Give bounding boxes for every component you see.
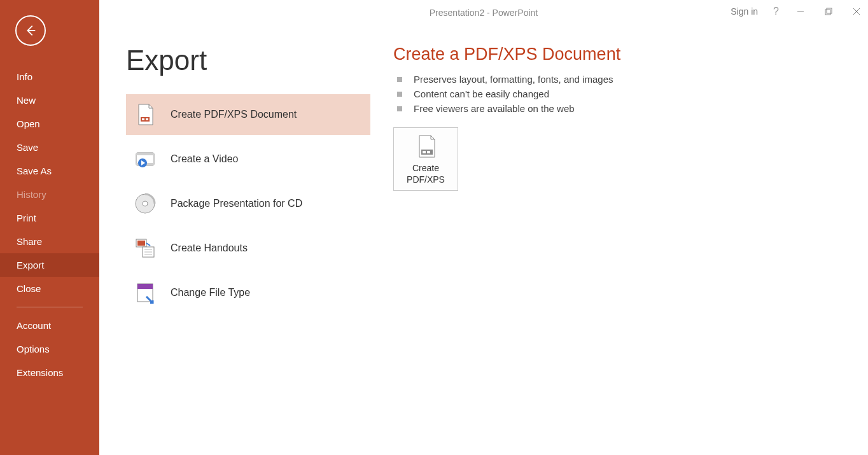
sidebar-item-close[interactable]: Close [0, 277, 99, 300]
export-option-filetype[interactable]: Change File Type [126, 272, 370, 313]
sidebar-item-share[interactable]: Share [0, 230, 99, 253]
window-title: Presentation2 - PowerPoint [430, 8, 538, 18]
backstage-view: Info New Open Save Save As History Print… [0, 0, 868, 455]
svg-point-14 [143, 201, 148, 206]
detail-title: Create a PDF/XPS Document [393, 45, 620, 64]
action-button-label: CreatePDF/XPS [407, 162, 445, 185]
close-window-button[interactable] [850, 5, 863, 18]
export-option-handouts[interactable]: Create Handouts [126, 228, 370, 269]
svg-rect-10 [136, 153, 154, 155]
export-option-cd[interactable]: Package Presentation for CD [126, 183, 370, 224]
detail-bullet: Free viewers are available on the web [393, 101, 620, 116]
help-button[interactable]: ? [773, 6, 779, 17]
filetype-icon [134, 281, 157, 304]
sidebar-separator [17, 307, 83, 307]
detail-bullets: Preserves layout, formatting, fonts, and… [393, 72, 620, 116]
svg-rect-2 [825, 10, 830, 15]
create-pdfxps-button[interactable]: CreatePDF/XPS [393, 127, 458, 191]
handouts-icon [134, 237, 157, 260]
detail-bullet: Preserves layout, formatting, fonts, and… [393, 72, 620, 87]
sidebar-item-info[interactable]: Info [0, 65, 99, 88]
restore-button[interactable] [822, 5, 835, 18]
svg-rect-8 [146, 118, 148, 120]
export-main: Export Create PDF/XPS Document Create a … [99, 0, 868, 317]
pdf-document-icon [413, 134, 438, 158]
sidebar-item-account[interactable]: Account [0, 314, 99, 337]
back-button[interactable] [15, 15, 46, 46]
sidebar-item-save[interactable]: Save [0, 136, 99, 159]
svg-rect-25 [427, 151, 430, 153]
svg-rect-16 [137, 241, 145, 246]
export-option-pdfxps[interactable]: Create PDF/XPS Document [126, 94, 370, 135]
svg-rect-22 [137, 284, 153, 289]
close-icon [853, 8, 860, 15]
sidebar-item-extensions[interactable]: Extensions [0, 361, 99, 384]
export-option-label: Change File Type [171, 287, 250, 298]
export-option-label: Create Handouts [171, 242, 248, 254]
cd-icon [134, 192, 157, 215]
page-title: Export [126, 45, 370, 76]
export-options-list: Create PDF/XPS Document Create a Video P… [126, 94, 370, 317]
sidebar-item-history: History [0, 183, 99, 206]
sidebar-menu: Info New Open Save Save As History Print… [0, 65, 99, 384]
sidebar-item-print[interactable]: Print [0, 206, 99, 230]
minimize-button[interactable] [794, 5, 807, 18]
sidebar-item-new[interactable]: New [0, 88, 99, 112]
export-option-label: Create PDF/XPS Document [171, 109, 297, 120]
export-option-label: Package Presentation for CD [171, 198, 302, 209]
svg-rect-24 [423, 151, 426, 153]
sidebar-item-open[interactable]: Open [0, 112, 99, 136]
pdf-document-icon [134, 103, 157, 126]
titlebar-right: Sign in ? [731, 5, 863, 18]
arrow-left-icon [24, 24, 38, 38]
export-option-video[interactable]: Create a Video [126, 139, 370, 179]
svg-rect-3 [827, 8, 832, 13]
sidebar-item-options[interactable]: Options [0, 337, 99, 361]
backstage-sidebar: Info New Open Save Save As History Print… [0, 0, 99, 455]
detail-bullet: Content can't be easily changed [393, 87, 620, 101]
titlebar: Presentation2 - PowerPoint Sign in ? [99, 0, 868, 25]
export-left-column: Export Create PDF/XPS Document Create a … [126, 45, 370, 317]
restore-icon [825, 8, 832, 15]
export-option-label: Create a Video [171, 153, 238, 165]
svg-rect-7 [142, 118, 144, 120]
video-icon [134, 148, 157, 171]
sidebar-item-export[interactable]: Export [0, 253, 99, 277]
minimize-icon [797, 8, 804, 15]
sidebar-item-save-as[interactable]: Save As [0, 159, 99, 183]
content-pane: Presentation2 - PowerPoint Sign in ? Exp… [99, 0, 868, 455]
export-detail-pane: Create a PDF/XPS Document Preserves layo… [393, 45, 620, 317]
sign-in-link[interactable]: Sign in [731, 6, 758, 17]
